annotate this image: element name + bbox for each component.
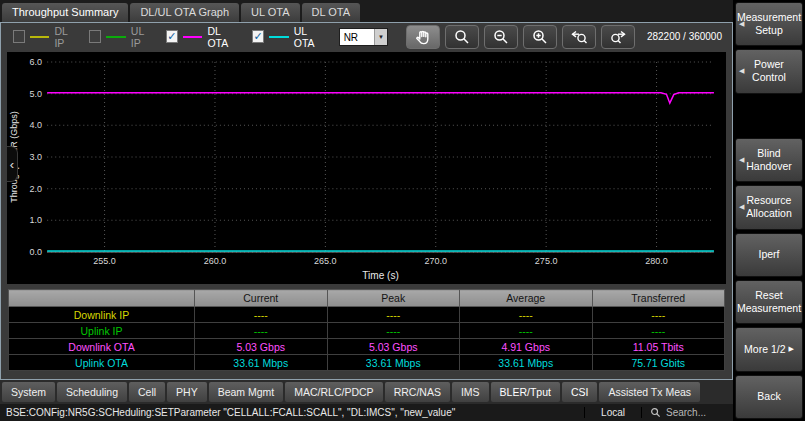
- cell-peak: ----: [327, 307, 460, 323]
- dl-ip-checkbox[interactable]: [13, 30, 25, 43]
- tab-throughput-summary[interactable]: Throughput Summary: [2, 3, 128, 22]
- iperf-button[interactable]: Iperf: [735, 233, 803, 277]
- cell-average: ----: [460, 307, 593, 323]
- chevron-down-icon: ▼: [374, 29, 387, 45]
- zoom-select-button[interactable]: [445, 25, 479, 49]
- cell-transferred: ----: [592, 307, 725, 323]
- tab-csi[interactable]: CSI: [562, 382, 598, 402]
- chart-toolbar: [406, 25, 635, 49]
- tab-beam-mgmt[interactable]: Beam Mgmt: [209, 382, 284, 402]
- search-box[interactable]: Search...: [641, 407, 733, 418]
- top-tabbar: Throughput Summary DL/UL OTA Graph UL OT…: [0, 0, 733, 22]
- table-header-blank: [9, 290, 195, 307]
- svg-text:3.0: 3.0: [30, 152, 43, 162]
- ul-ota-checkbox[interactable]: ✓: [252, 30, 264, 43]
- dl-ota-series-line: [47, 93, 714, 103]
- cell-transferred: 11.05 Tbits: [592, 339, 725, 355]
- tab-assisted-tx-meas[interactable]: Assisted Tx Meas: [599, 382, 700, 402]
- cell-average: 33.61 Mbps: [460, 355, 593, 371]
- row-label: Downlink OTA: [9, 339, 195, 355]
- tab-cell[interactable]: Cell: [129, 382, 165, 402]
- cell-average: 4.91 Gbps: [460, 339, 593, 355]
- table-row-downlink-ip: Downlink IP ---- ---- ---- ----: [9, 307, 725, 323]
- left-arrow-icon: ◀: [739, 156, 744, 165]
- svg-text:4.0: 4.0: [30, 120, 43, 130]
- tab-system[interactable]: System: [2, 382, 55, 402]
- svg-text:0.0: 0.0: [30, 247, 43, 257]
- zoom-in-icon: [530, 28, 550, 46]
- button-label: More 1/2: [744, 343, 785, 356]
- ul-ip-checkbox[interactable]: [89, 30, 101, 43]
- tech-selector-dropdown[interactable]: NR ▼: [339, 28, 388, 46]
- scpi-command-text: BSE:CONFig:NR5G:SCHeduling:SETParameter …: [0, 407, 584, 418]
- magnifier-icon: [452, 28, 472, 46]
- zoom-out-button[interactable]: [484, 25, 518, 49]
- dl-ota-label: DL OTA: [207, 25, 240, 49]
- left-arrow-icon: ◀: [739, 67, 744, 76]
- tech-selector-value: NR: [340, 29, 374, 45]
- dl-ip-swatch: [30, 36, 50, 38]
- zoom-redo-button[interactable]: [601, 25, 635, 49]
- sidebar: ◀ Measurement Setup ◀ Power Control ◀ Bl…: [733, 0, 805, 421]
- table-header-peak: Peak: [327, 290, 460, 307]
- button-label: Reset Measurement: [737, 289, 801, 315]
- tab-dlul-ota-graph[interactable]: DL/UL OTA Graph: [130, 3, 239, 22]
- cell-current: ----: [195, 307, 328, 323]
- tab-ul-ota[interactable]: UL OTA: [241, 3, 300, 22]
- sample-counter: 282200 / 360000: [647, 31, 726, 42]
- svg-text:2.0: 2.0: [30, 184, 43, 194]
- button-label: Back: [757, 390, 780, 403]
- tab-dl-ota[interactable]: DL OTA: [302, 3, 361, 22]
- tab-mac-rlc-pdcp[interactable]: MAC/RLC/PDCP: [285, 382, 382, 402]
- svg-text:270.0: 270.0: [424, 256, 447, 266]
- cell-peak: ----: [327, 323, 460, 339]
- measurement-setup-button[interactable]: ◀ Measurement Setup: [735, 2, 803, 46]
- tab-phy[interactable]: PHY: [167, 382, 207, 402]
- table-header-row: Current Peak Average Transferred: [9, 290, 725, 307]
- resource-allocation-button[interactable]: ◀ Resource Allocation: [735, 185, 803, 229]
- table-row-uplink-ip: Uplink IP ---- ---- ---- ----: [9, 323, 725, 339]
- tab-bler-tput[interactable]: BLER/Tput: [491, 382, 560, 402]
- tab-ims[interactable]: IMS: [452, 382, 489, 402]
- zoom-in-button[interactable]: [523, 25, 557, 49]
- cell-average: ----: [460, 323, 593, 339]
- cell-current: 33.61 Mbps: [195, 355, 328, 371]
- pan-tool-button[interactable]: [406, 25, 440, 49]
- table-header-average: Average: [460, 290, 593, 307]
- table-row-downlink-ota: Downlink OTA 5.03 Gbps 5.03 Gbps 4.91 Gb…: [9, 339, 725, 355]
- search-placeholder: Search...: [666, 407, 706, 418]
- legend-toolbar-row: DL IP UL IP ✓ DL OTA ✓ UL OTA: [1, 23, 732, 50]
- back-button[interactable]: Back: [735, 375, 803, 419]
- local-label: Local: [584, 407, 641, 418]
- collapse-handle[interactable]: ‹: [7, 146, 18, 182]
- cell-current: 5.03 Gbps: [195, 339, 328, 355]
- legend-ul-ota: ✓ UL OTA: [252, 25, 326, 49]
- throughput-chart[interactable]: 0.01.02.03.04.05.06.0255.0260.0265.0270.…: [7, 52, 726, 284]
- row-label: Uplink OTA: [9, 355, 195, 371]
- dl-ip-label: DL IP: [54, 25, 77, 49]
- blind-handover-button[interactable]: ◀ Blind Handover: [735, 138, 803, 182]
- main-column: Throughput Summary DL/UL OTA Graph UL OT…: [0, 0, 733, 421]
- dl-ota-checkbox[interactable]: ✓: [166, 30, 178, 43]
- tab-rrc-nas[interactable]: RRC/NAS: [385, 382, 450, 402]
- table-header-current: Current: [195, 290, 328, 307]
- zoom-undo-button[interactable]: [562, 25, 596, 49]
- left-arrow-icon: ◀: [739, 20, 744, 29]
- bottom-tabbar: System Scheduling Cell PHY Beam Mgmt MAC…: [0, 380, 733, 404]
- tab-scheduling[interactable]: Scheduling: [57, 382, 127, 402]
- legend-ul-ip: UL IP: [89, 25, 153, 49]
- ul-ota-swatch: [269, 36, 289, 38]
- left-arrow-icon: ◀: [739, 203, 744, 212]
- pan-hand-icon: [413, 28, 433, 46]
- reset-measurement-button[interactable]: Reset Measurement: [735, 280, 803, 324]
- cell-transferred: ----: [592, 323, 725, 339]
- button-label: Resource Allocation: [743, 194, 795, 220]
- status-bar: BSE:CONFig:NR5G:SCHeduling:SETParameter …: [0, 404, 733, 421]
- zoom-undo-icon: [569, 28, 589, 46]
- legend-dl-ip: DL IP: [13, 25, 77, 49]
- right-arrow-icon: ▶: [789, 345, 794, 354]
- table-row-uplink-ota: Uplink OTA 33.61 Mbps 33.61 Mbps 33.61 M…: [9, 355, 725, 371]
- svg-text:280.0: 280.0: [645, 256, 668, 266]
- more-button[interactable]: More 1/2 ▶: [735, 327, 803, 371]
- power-control-button[interactable]: ◀ Power Control: [735, 49, 803, 93]
